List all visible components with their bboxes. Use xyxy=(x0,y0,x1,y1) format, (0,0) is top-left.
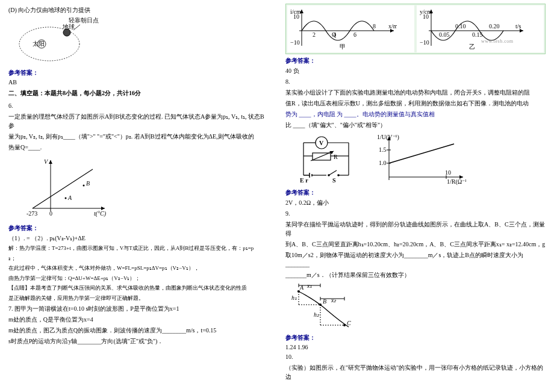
svg-text:C: C xyxy=(347,320,351,326)
svg-text:0.15: 0.15 xyxy=(472,31,483,38)
projectile-diagram: A B C h₁ h₂ x₁ x₂ xyxy=(285,282,546,331)
svg-text:B: B xyxy=(323,298,326,305)
section-2-heading: 二、填空题：本题共8小题，每小题2分，共计16分 xyxy=(8,89,269,98)
svg-text:B: B xyxy=(86,180,90,187)
q9-text-4: _______m／s．（计算结果保留三位有效数字） xyxy=(285,270,546,279)
q7-text-2: m处的质点，Q是平衡位置为x=4 xyxy=(8,315,269,324)
exp6-3: 在此过程中，气体体积变大，气体对外做功，W=FL=pSL=p₁ΔV=p₁（V₂−… xyxy=(8,264,269,273)
svg-text:S: S xyxy=(332,177,336,184)
q6-text-2: 量为p₂, V₂, t₂, 则有p₁____（填">" "="或"<"）p₂. … xyxy=(8,132,269,141)
svg-text:1/R(Ω⁻¹): 1/R(Ω⁻¹) xyxy=(447,178,466,185)
svg-text:10: 10 xyxy=(293,13,299,20)
svg-text:6: 6 xyxy=(353,31,356,38)
u-r-graph: 1.0 1.5 1/U(V⁻¹) 1/R(Ω⁻¹) 10 xyxy=(376,132,466,186)
circuit-and-graph: V R E r S xyxy=(285,132,546,186)
q9-text-2: 到A、B、C三点间竖直距离h₁=10.20cm、h₂=20.20cm，A、B、C… xyxy=(285,240,546,249)
answer-label-8: 参考答案： xyxy=(285,188,546,197)
svg-text:甲: 甲 xyxy=(340,43,346,50)
exp6-6: 是正确解题的关键，应用热力学第一定律即可正确解题。 xyxy=(8,294,269,303)
q7-text-4: s时质点P的运动方向沿y轴________方向(选填"正"或"负")． xyxy=(8,337,269,346)
svg-text:V: V xyxy=(44,158,49,165)
svg-point-11 xyxy=(83,185,85,187)
svg-line-8 xyxy=(33,169,93,208)
graph-vt: A B V t(°C) -273 0 xyxy=(8,154,269,222)
aphelion-label: 轻靠朝日点 xyxy=(69,17,99,23)
svg-text:h₂: h₂ xyxy=(314,311,320,318)
answer-label-5: 参考答案： xyxy=(8,69,269,77)
svg-text:1.0: 1.0 xyxy=(379,160,387,166)
svg-text:0: 0 xyxy=(49,210,52,217)
answer-label-9: 参考答案： xyxy=(285,334,546,342)
left-column: (D) 向心力仅由地球的引力提供 太阳 地球 轻靠朝日点 参考答案： AB 二、… xyxy=(0,0,277,392)
svg-text:0.05: 0.05 xyxy=(439,31,450,38)
option-d: (D) 向心力仅由地球的引力提供 xyxy=(8,5,269,14)
svg-text:E r: E r xyxy=(300,177,308,184)
svg-text:10: 10 xyxy=(445,169,451,176)
svg-text:A: A xyxy=(67,194,72,201)
svg-text:0.20: 0.20 xyxy=(489,23,500,30)
orbit-diagram: 太阳 地球 轻靠朝日点 xyxy=(8,17,269,66)
right-column: i/cm 10 −10 x/m Q 2 4 6 8 甲 y/cm 10 xyxy=(277,0,554,392)
exp6-1: 解：热力学温度：T=273+t，由图示图象可知，V与T成正比，因此，从A到B过程… xyxy=(8,244,269,253)
svg-text:−10: −10 xyxy=(290,39,300,46)
svg-text:t/s: t/s xyxy=(515,23,521,30)
q10-text-1: （实验）如图所示，在"研究平抛物体运动"的实验中，用一张印有小方格的纸记录轨迹，… xyxy=(285,363,546,381)
sun-label: 太阳 xyxy=(33,40,45,47)
q6-text-1: 一定质量的理想气体经历了如图所示A到B状态变化的过程. 已知气体状态A参量为p₁… xyxy=(8,112,269,130)
exp6-2: ₂； xyxy=(8,255,269,263)
svg-text:0.10: 0.10 xyxy=(455,23,466,30)
svg-point-9 xyxy=(65,198,67,199)
answer-9: 1.24 1.96 xyxy=(285,344,546,350)
answer-label-7: 参考答案： xyxy=(285,57,546,65)
q8-text-1: 某实验小组设计了下面的实验电路测量电池的电动势和内电阻，闭合开关S，调整电阻箱的… xyxy=(285,88,546,97)
wave-panel: i/cm 10 −10 x/m Q 2 4 6 8 甲 y/cm 10 xyxy=(285,4,546,54)
q9-text-1: 某同学在描绘平抛运动轨迹时，得到的部分轨迹曲线如图所示，在曲线上取A、B、C三个… xyxy=(285,220,546,238)
wave-graph-right: y/cm 10 −10 t/s 0.05 0.10 0.15 0.20 乙 ww… xyxy=(417,5,544,52)
svg-text:x/m: x/m xyxy=(388,23,397,30)
svg-text:10: 10 xyxy=(423,13,429,20)
svg-text:R: R xyxy=(334,154,338,160)
exp6-5: 【点睛】本题考查了判断气体压强间的关系、求气体吸收的热量，由图象判断出气体状态变… xyxy=(8,284,269,293)
q8-text-3: 势为 ____，内电阻 为 ____。电动势的测量值与真实值相 xyxy=(285,110,546,119)
svg-marker-7 xyxy=(49,160,52,164)
q6-text-3: 热量Q=____. xyxy=(8,143,269,152)
answer-label-6: 参考答案： xyxy=(8,224,269,232)
q8-number: 8. xyxy=(285,77,546,86)
earth-label: 地球 xyxy=(62,23,75,30)
svg-text:1/U(V⁻¹): 1/U(V⁻¹) xyxy=(377,134,399,141)
q7-text-3: m处的质点，图乙为质点Q的振动图象．则波传播的速度为________m/s，t=… xyxy=(8,326,269,335)
svg-text:−10: −10 xyxy=(420,39,429,46)
svg-line-73 xyxy=(389,144,454,163)
svg-text:www.tesb.com: www.tesb.com xyxy=(481,39,514,44)
answer-5: AB xyxy=(8,79,269,86)
q9-number: 9. xyxy=(285,209,546,218)
answer-6: （1）. = （2）. p₁(V₂-V₁)+ΔE xyxy=(8,234,269,243)
exp6-4: 由热力学第一定律可知：Q=ΔU+W=ΔE+p₁（V₂−V₁）； xyxy=(8,275,269,283)
q7-text-1: 7. 图甲为一简谐横波在t=0.10 s时刻的波形图，P是平衡位置为x=1 xyxy=(8,304,269,313)
wave-graph-left: i/cm 10 −10 x/m Q 2 4 6 8 甲 xyxy=(287,5,414,52)
svg-text:h₁: h₁ xyxy=(291,294,297,301)
svg-text:x₂: x₂ xyxy=(331,297,337,303)
svg-text:8: 8 xyxy=(373,23,376,30)
svg-text:V: V xyxy=(319,140,324,146)
q10-number: 10. xyxy=(285,352,546,361)
svg-text:乙: 乙 xyxy=(469,43,475,50)
q8-text-2: 值R，读出电压表相应示数U，测出多组数据，利用测的数据做出如右下图像．测电池的电… xyxy=(285,99,546,108)
svg-text:-273: -273 xyxy=(26,210,37,217)
svg-text:4: 4 xyxy=(333,31,336,38)
svg-text:t(°C): t(°C) xyxy=(94,210,107,217)
svg-text:1.5: 1.5 xyxy=(379,146,387,153)
q9-text-3: 取10m／s2，则物体平抛运动的初速度大小为________m／s，轨迹上B点的… xyxy=(285,250,546,269)
q8-text-4: 比 ____（填"偏大"、"偏小"或"相等"） xyxy=(285,120,546,129)
answer-8: 2V，0.2Ω，偏小 xyxy=(285,199,546,207)
svg-line-64 xyxy=(329,170,337,175)
answer-7: 40 负 xyxy=(285,67,546,75)
svg-text:2: 2 xyxy=(313,31,316,38)
q6-number: 6. xyxy=(8,101,269,110)
circuit-svg: V R E r S xyxy=(285,132,370,186)
